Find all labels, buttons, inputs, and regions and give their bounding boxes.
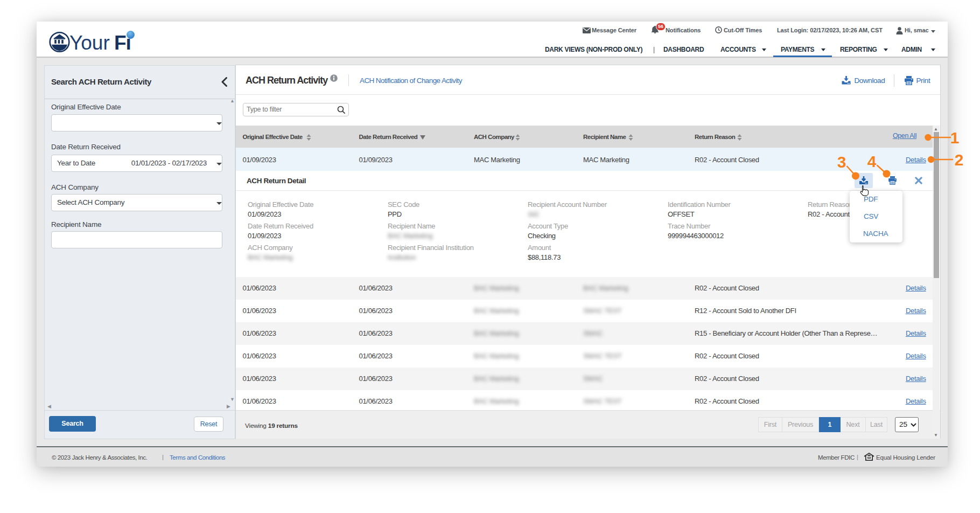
svg-text:4: 4 — [867, 152, 877, 170]
svg-text:1: 1 — [950, 129, 960, 147]
svg-text:2: 2 — [955, 151, 964, 169]
svg-text:3: 3 — [837, 153, 846, 171]
